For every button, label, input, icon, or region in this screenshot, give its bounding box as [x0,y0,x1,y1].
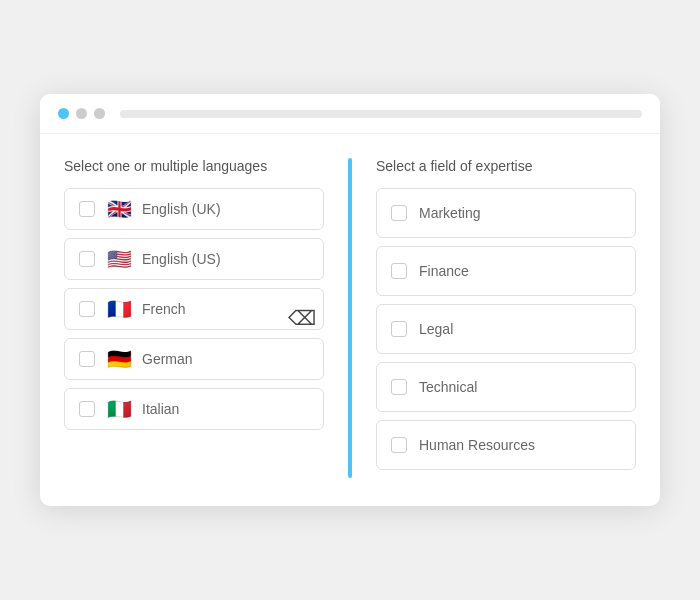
label-french: French [142,301,186,317]
checkbox-italian[interactable] [79,401,95,417]
dot-gray2 [94,108,105,119]
content-area: Select one or multiple languages 🇬🇧 Engl… [40,134,660,506]
checkbox-human-resources[interactable] [391,437,407,453]
expertise-column: Select a field of expertise Marketing Fi… [356,158,636,478]
label-english-us: English (US) [142,251,221,267]
label-finance: Finance [419,263,469,279]
expertise-item-human-resources[interactable]: Human Resources [376,420,636,470]
expertise-item-marketing[interactable]: Marketing [376,188,636,238]
language-item-german[interactable]: 🇩🇪 German [64,338,324,380]
dot-gray1 [76,108,87,119]
flag-german: 🇩🇪 [107,349,132,369]
language-item-english-us[interactable]: 🇺🇸 English (US) [64,238,324,280]
title-bar [40,94,660,134]
checkbox-english-us[interactable] [79,251,95,267]
expertise-item-technical[interactable]: Technical [376,362,636,412]
expertise-item-finance[interactable]: Finance [376,246,636,296]
language-section-title: Select one or multiple languages [64,158,324,174]
checkbox-german[interactable] [79,351,95,367]
language-item-english-uk[interactable]: 🇬🇧 English (UK) [64,188,324,230]
checkbox-finance[interactable] [391,263,407,279]
expertise-item-legal[interactable]: Legal [376,304,636,354]
label-legal: Legal [419,321,453,337]
label-technical: Technical [419,379,477,395]
flag-french: 🇫🇷 [107,299,132,319]
flag-english-us: 🇺🇸 [107,249,132,269]
checkbox-french[interactable] [79,301,95,317]
language-item-french[interactable]: 🇫🇷 French [64,288,324,330]
label-german: German [142,351,193,367]
vertical-divider [348,158,352,478]
expertise-section-title: Select a field of expertise [376,158,636,174]
label-english-uk: English (UK) [142,201,221,217]
language-item-italian[interactable]: 🇮🇹 Italian [64,388,324,430]
title-bar-line [120,110,642,118]
checkbox-technical[interactable] [391,379,407,395]
main-window: Select one or multiple languages 🇬🇧 Engl… [40,94,660,506]
checkbox-marketing[interactable] [391,205,407,221]
flag-english-uk: 🇬🇧 [107,199,132,219]
flag-italian: 🇮🇹 [107,399,132,419]
label-italian: Italian [142,401,179,417]
checkbox-english-uk[interactable] [79,201,95,217]
checkbox-legal[interactable] [391,321,407,337]
label-marketing: Marketing [419,205,480,221]
label-human-resources: Human Resources [419,437,535,453]
dot-blue [58,108,69,119]
language-column: Select one or multiple languages 🇬🇧 Engl… [64,158,344,478]
